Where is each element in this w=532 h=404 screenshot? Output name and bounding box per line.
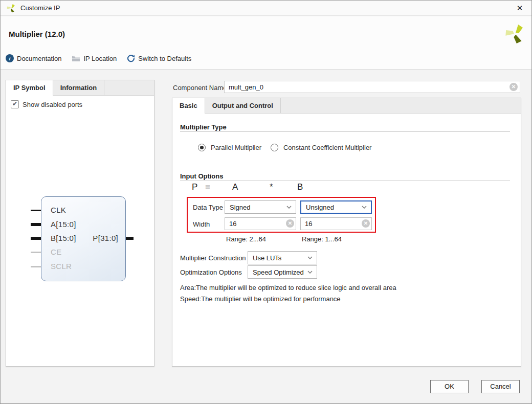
folder-icon	[72, 55, 80, 62]
divider	[180, 181, 510, 181]
range-a-label: Range: 2...64	[226, 235, 266, 243]
range-b-label: Range: 1...64	[302, 235, 342, 243]
show-disabled-ports-checkbox[interactable]: ✔	[11, 100, 19, 108]
equation-a: A	[232, 182, 238, 192]
ce-port-stub	[31, 252, 41, 253]
tab-basic[interactable]: Basic	[172, 98, 205, 113]
tab-ip-symbol[interactable]: IP Symbol	[6, 80, 53, 95]
width-label: Width	[193, 220, 210, 228]
input-options-title: Input Options	[180, 172, 223, 180]
equation-star: *	[270, 182, 273, 192]
constant-coefficient-radio[interactable]	[271, 144, 278, 151]
constant-coefficient-label: Constant Coefficient Multiplier	[283, 144, 371, 151]
a-port-stub	[31, 223, 41, 226]
multiplier-construction-value: Use LUTs	[253, 254, 281, 262]
right-tabstrip: Basic Output and Control	[172, 98, 521, 114]
chevron-down-icon	[286, 206, 292, 209]
optimization-options-dropdown[interactable]: Speed Optimized	[248, 265, 317, 279]
ip-symbol-diagram: CLK A[15:0] B[15:0] CE SCLR P[31:0]	[41, 196, 126, 281]
multiplier-type-title: Multiplier Type	[180, 123, 227, 131]
ok-button[interactable]: OK	[430, 380, 469, 393]
window-title: Customize IP	[20, 4, 60, 12]
b-port-stub	[31, 237, 41, 240]
p-port-stub	[125, 237, 134, 240]
data-type-label: Data Type	[193, 204, 223, 211]
width-b-clear-icon[interactable]: ✕	[362, 219, 370, 228]
documentation-label: Documentation	[17, 55, 61, 62]
optimization-options-label: Optimization Options	[180, 268, 242, 276]
port-p: P[31:0]	[93, 234, 118, 242]
chevron-down-icon	[362, 206, 367, 209]
xilinx-logo-icon	[7, 4, 16, 13]
equation-p: P	[192, 182, 197, 192]
area-note: Area:The multiplier will be optimized to…	[180, 284, 396, 291]
parallel-multiplier-radio[interactable]	[198, 144, 206, 151]
title-bar: Customize IP ✕	[1, 1, 531, 16]
port-ce: CE	[51, 248, 61, 256]
parallel-multiplier-label: Parallel Multiplier	[211, 144, 261, 151]
switch-to-defaults-button[interactable]: Switch to Defaults	[127, 54, 191, 62]
tab-output-and-control[interactable]: Output and Control	[205, 98, 281, 113]
close-icon[interactable]: ✕	[514, 4, 525, 13]
port-a: A[15:0]	[51, 220, 76, 229]
width-b-input[interactable]	[300, 217, 372, 230]
tab-information[interactable]: Information	[53, 80, 105, 95]
header: Multiplier (12.0) i Documentation IP Loc…	[1, 16, 531, 70]
customize-ip-dialog: Customize IP ✕ Multiplier (12.0) i Docum…	[0, 0, 532, 404]
port-clk: CLK	[51, 206, 66, 214]
chevron-down-icon	[307, 256, 313, 259]
data-type-a-dropdown[interactable]: Signed	[225, 200, 296, 214]
sclr-port-stub	[31, 266, 41, 267]
multiplier-construction-label: Multiplier Construction	[180, 254, 246, 262]
show-disabled-ports-label: Show disabled ports	[23, 101, 82, 108]
data-type-a-value: Signed	[230, 204, 250, 211]
component-name-label: Component Name	[173, 84, 227, 92]
data-type-b-dropdown[interactable]: Unsigned	[300, 200, 372, 214]
divider	[180, 131, 510, 132]
component-name-input[interactable]	[224, 81, 520, 93]
documentation-button[interactable]: i Documentation	[6, 54, 61, 62]
documentation-icon: i	[6, 54, 14, 62]
refresh-icon	[127, 54, 135, 62]
multiplier-construction-dropdown[interactable]: Use LUTs	[248, 251, 317, 264]
config-panel: Basic Output and Control Multiplier Type…	[172, 98, 521, 367]
equation-b: B	[297, 182, 303, 192]
xilinx-brand-logo	[505, 24, 525, 44]
ip-symbol-panel: IP Symbol Information ✔ Show disabled po…	[6, 80, 154, 367]
ip-location-label: IP Location	[83, 55, 117, 62]
data-type-b-value: Unsigned	[306, 204, 334, 211]
chevron-down-icon	[307, 271, 313, 274]
width-a-clear-icon[interactable]: ✕	[286, 219, 294, 228]
cancel-button[interactable]: Cancel	[481, 380, 520, 393]
port-sclr: SCLR	[51, 262, 72, 271]
width-a-input[interactable]	[225, 217, 296, 230]
toolbar: i Documentation IP Location Switch to De…	[6, 54, 191, 62]
page-title: Multiplier (12.0)	[9, 30, 65, 38]
equation-equals: =	[205, 182, 210, 192]
speed-note: Speed:The multiplier will be optimized f…	[180, 295, 341, 303]
clk-port-stub	[31, 210, 41, 211]
show-disabled-ports-row: ✔ Show disabled ports	[6, 96, 154, 113]
port-b: B[15:0]	[51, 234, 76, 242]
ip-location-button[interactable]: IP Location	[72, 55, 117, 62]
left-tabstrip: IP Symbol Information	[6, 80, 154, 96]
optimization-options-value: Speed Optimized	[253, 268, 304, 276]
multiplier-type-options: Parallel Multiplier Constant Coefficient…	[198, 144, 375, 151]
switch-to-defaults-label: Switch to Defaults	[138, 55, 191, 62]
component-name-clear-icon[interactable]: ✕	[509, 83, 518, 91]
